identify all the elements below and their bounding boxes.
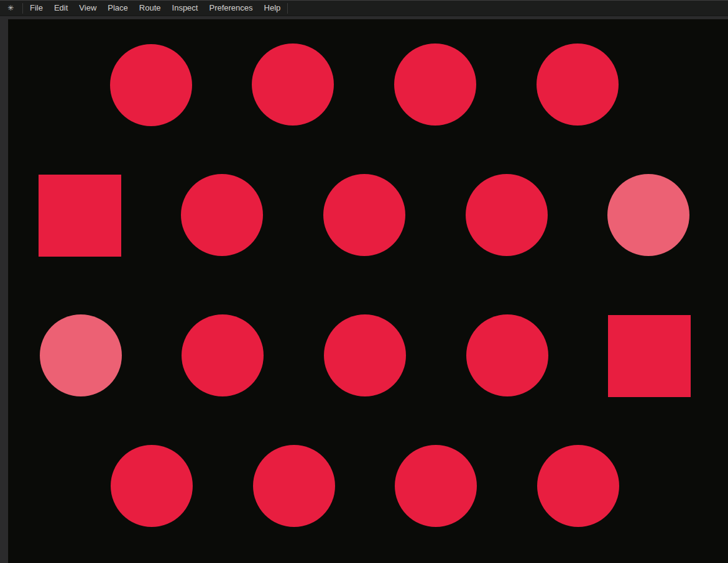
pad-circle[interactable] — [252, 43, 334, 126]
app-window: ✳ File Edit View Place Route Inspect Pre… — [0, 0, 728, 563]
pad-circle[interactable] — [181, 174, 263, 256]
pad-circle[interactable] — [110, 44, 192, 126]
menu-preferences[interactable]: Preferences — [203, 1, 258, 16]
asterisk-icon: ✳ — [0, 4, 21, 12]
menu-route[interactable]: Route — [134, 1, 167, 16]
menu-help[interactable]: Help — [259, 1, 287, 16]
pad-circle[interactable] — [395, 445, 477, 527]
menu-edit[interactable]: Edit — [48, 1, 73, 16]
pad-circle[interactable] — [607, 174, 689, 256]
pad-circle[interactable] — [466, 314, 548, 396]
board-canvas[interactable] — [8, 19, 728, 563]
pad-circle[interactable] — [182, 314, 264, 396]
menu-bar: ✳ File Edit View Place Route Inspect Pre… — [0, 0, 728, 16]
menu-file[interactable]: File — [24, 1, 48, 16]
pad-circle[interactable] — [537, 43, 619, 126]
pad-circle[interactable] — [323, 174, 405, 256]
pad-circle[interactable] — [394, 43, 476, 126]
pad-circle[interactable] — [537, 445, 619, 527]
pad-square[interactable] — [608, 315, 691, 397]
pad-circle[interactable] — [324, 314, 406, 396]
pad-circle[interactable] — [111, 445, 193, 527]
menu-separator — [22, 3, 23, 14]
workspace-frame — [0, 16, 728, 563]
menu-inspect[interactable]: Inspect — [167, 1, 204, 16]
pad-circle[interactable] — [466, 174, 548, 256]
pad-circle[interactable] — [40, 314, 122, 396]
pad-circle[interactable] — [253, 445, 335, 527]
menu-view[interactable]: View — [73, 1, 102, 16]
menu-separator — [287, 3, 288, 14]
pad-square[interactable] — [39, 175, 121, 257]
menu-place[interactable]: Place — [102, 1, 134, 16]
